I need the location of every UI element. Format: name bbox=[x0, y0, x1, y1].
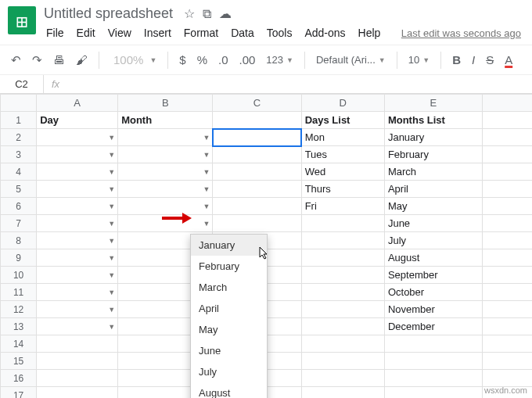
dropdown-item[interactable]: March bbox=[191, 277, 267, 298]
chevron-down-icon[interactable]: ▼ bbox=[108, 237, 115, 245]
cell[interactable] bbox=[482, 232, 532, 249]
cell[interactable] bbox=[301, 232, 384, 249]
redo-button[interactable]: ↷ bbox=[29, 50, 45, 70]
cell-dropdown[interactable]: ▼ bbox=[118, 129, 213, 146]
chevron-down-icon[interactable]: ▼ bbox=[203, 203, 210, 210]
cell[interactable] bbox=[482, 335, 532, 353]
cell[interactable] bbox=[37, 370, 118, 387]
cell[interactable] bbox=[482, 146, 532, 163]
cell[interactable]: February bbox=[384, 146, 482, 163]
cell[interactable] bbox=[213, 215, 301, 232]
col-header-D[interactable]: D bbox=[301, 95, 384, 112]
text-color-button[interactable]: A bbox=[501, 50, 516, 70]
dropdown-item[interactable]: May bbox=[191, 319, 267, 340]
cell[interactable]: Months List bbox=[384, 112, 482, 129]
chevron-down-icon[interactable]: ▼ bbox=[108, 254, 115, 262]
row-header[interactable]: 9 bbox=[1, 249, 37, 267]
cell-dropdown[interactable]: ▼ bbox=[37, 318, 118, 335]
row-header[interactable]: 6 bbox=[1, 198, 37, 215]
cell[interactable] bbox=[301, 249, 384, 267]
dropdown-item[interactable]: June bbox=[191, 340, 267, 361]
italic-button[interactable]: I bbox=[469, 50, 478, 70]
print-button[interactable]: 🖶 bbox=[50, 50, 68, 70]
dropdown-item[interactable]: January bbox=[191, 235, 267, 256]
cell[interactable]: Mon bbox=[301, 129, 384, 146]
cell-dropdown[interactable]: ▼ bbox=[37, 284, 118, 301]
cell[interactable] bbox=[482, 249, 532, 267]
cell[interactable] bbox=[213, 163, 301, 181]
data-validation-dropdown[interactable]: January February March April May June Ju… bbox=[190, 234, 268, 398]
zoom-select[interactable]: 100%▼ bbox=[107, 48, 160, 71]
cell[interactable] bbox=[301, 284, 384, 301]
cell[interactable] bbox=[384, 353, 482, 370]
cell[interactable] bbox=[482, 198, 532, 215]
cell[interactable] bbox=[384, 335, 482, 353]
cell[interactable] bbox=[301, 318, 384, 335]
cell[interactable]: December bbox=[384, 318, 482, 335]
cell[interactable]: October bbox=[384, 284, 482, 301]
cell[interactable] bbox=[301, 267, 384, 284]
col-header-C[interactable]: C bbox=[213, 95, 301, 112]
dropdown-item[interactable]: April bbox=[191, 298, 267, 319]
chevron-down-icon[interactable]: ▼ bbox=[203, 168, 210, 176]
cell-dropdown[interactable]: ▼ bbox=[37, 215, 118, 232]
col-header-F[interactable]: F bbox=[482, 95, 532, 112]
cell-dropdown[interactable]: ▼ bbox=[118, 163, 213, 181]
cell[interactable] bbox=[482, 267, 532, 284]
menu-addons[interactable]: Add-ons bbox=[299, 24, 350, 41]
bold-button[interactable]: B bbox=[449, 50, 464, 70]
cell[interactable]: Days List bbox=[301, 112, 384, 129]
cell-dropdown[interactable]: ▼ bbox=[37, 267, 118, 284]
cell[interactable]: August bbox=[384, 249, 482, 267]
chevron-down-icon[interactable]: ▼ bbox=[108, 203, 115, 210]
cell[interactable]: June bbox=[384, 215, 482, 232]
decrease-decimal-button[interactable]: .0 bbox=[215, 50, 232, 70]
row-header[interactable]: 7 bbox=[1, 215, 37, 232]
chevron-down-icon[interactable]: ▼ bbox=[203, 134, 210, 142]
row-header[interactable]: 4 bbox=[1, 163, 37, 181]
cell[interactable]: Fri bbox=[301, 198, 384, 215]
chevron-down-icon[interactable]: ▼ bbox=[203, 220, 210, 228]
chevron-down-icon[interactable]: ▼ bbox=[108, 185, 115, 193]
cell[interactable] bbox=[482, 353, 532, 370]
chevron-down-icon[interactable]: ▼ bbox=[203, 151, 210, 159]
cloud-status-icon[interactable]: ☁ bbox=[219, 6, 232, 21]
chevron-down-icon[interactable]: ▼ bbox=[108, 151, 115, 159]
cell-dropdown[interactable]: ▼ bbox=[37, 129, 118, 146]
cell[interactable] bbox=[301, 215, 384, 232]
menu-tools[interactable]: Tools bbox=[261, 24, 298, 41]
cell[interactable] bbox=[213, 198, 301, 215]
cell[interactable]: July bbox=[384, 232, 482, 249]
row-header[interactable]: 10 bbox=[1, 267, 37, 284]
strike-button[interactable]: S bbox=[483, 50, 497, 70]
cell-dropdown[interactable]: ▼ bbox=[118, 181, 213, 198]
cell[interactable] bbox=[213, 181, 301, 198]
chevron-down-icon[interactable]: ▼ bbox=[203, 185, 210, 193]
menu-insert[interactable]: Insert bbox=[138, 24, 177, 41]
cell[interactable] bbox=[482, 129, 532, 146]
cell[interactable]: Thurs bbox=[301, 181, 384, 198]
undo-button[interactable]: ↶ bbox=[8, 50, 24, 70]
cell[interactable] bbox=[37, 353, 118, 370]
dropdown-item[interactable]: February bbox=[191, 256, 267, 277]
name-box[interactable]: C2 bbox=[0, 75, 44, 93]
cell[interactable] bbox=[482, 215, 532, 232]
cell[interactable]: April bbox=[384, 181, 482, 198]
menu-file[interactable]: File bbox=[41, 24, 70, 41]
menu-view[interactable]: View bbox=[102, 24, 137, 41]
cell[interactable] bbox=[482, 112, 532, 129]
row-header[interactable]: 5 bbox=[1, 181, 37, 198]
menu-format[interactable]: Format bbox=[178, 24, 224, 41]
row-header[interactable]: 12 bbox=[1, 301, 37, 318]
menu-data[interactable]: Data bbox=[225, 24, 260, 41]
cell-dropdown[interactable]: ▼ bbox=[37, 249, 118, 267]
row-header[interactable]: 15 bbox=[1, 353, 37, 370]
cell[interactable] bbox=[384, 370, 482, 387]
row-header[interactable]: 11 bbox=[1, 284, 37, 301]
col-header-E[interactable]: E bbox=[384, 95, 482, 112]
cell[interactable]: Wed bbox=[301, 163, 384, 181]
cell[interactable] bbox=[301, 370, 384, 387]
cell[interactable] bbox=[301, 301, 384, 318]
row-header[interactable]: 3 bbox=[1, 146, 37, 163]
move-folder-icon[interactable]: ⧉ bbox=[203, 7, 211, 21]
